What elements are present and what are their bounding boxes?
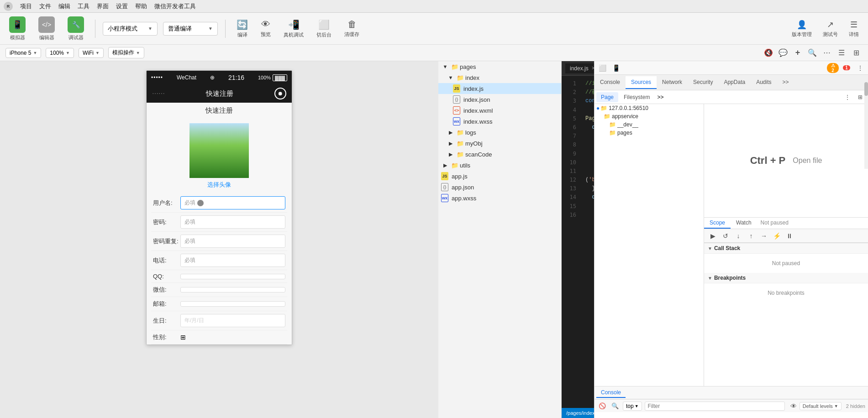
tab-sources[interactable]: Sources (626, 76, 657, 89)
subtab-filesystem[interactable]: Filesystem (619, 92, 654, 102)
eye-icon[interactable]: 👁 (790, 402, 797, 410)
menu-item-tools[interactable]: 工具 (78, 2, 89, 10)
device-dropdown[interactable]: iPhone 5 ▼ (5, 48, 41, 58)
file-app-json[interactable]: {} app.json (438, 182, 561, 193)
mute-button[interactable]: 🔇 (762, 47, 775, 59)
subtab-more[interactable]: >> (657, 94, 663, 100)
pause-resume-btn[interactable]: ▶ (707, 230, 719, 242)
network-dropdown[interactable]: WiFi ▼ (79, 48, 104, 58)
file-app-js[interactable]: JS app.js (438, 171, 561, 182)
devtools-error-badge[interactable]: 1 (841, 62, 852, 74)
console-tab-label[interactable]: Console (596, 388, 626, 398)
tab-network[interactable]: Network (657, 76, 688, 89)
tab-console[interactable]: Console (594, 76, 626, 89)
password-input[interactable]: 必填 (180, 215, 285, 229)
details-button[interactable]: ☰ 详情 (845, 18, 863, 40)
username-input[interactable]: 必填 (180, 196, 285, 209)
close-tab-icon[interactable]: ✕ (591, 65, 594, 71)
confirm-password-input[interactable]: 必填 (180, 235, 285, 248)
console-filter-btn[interactable]: 🔍 (610, 401, 620, 411)
cut-back-button[interactable]: ⬜ 切后台 (313, 17, 335, 40)
form-row-wechat: 微信: (151, 283, 287, 297)
file-index-json[interactable]: {} index.json (438, 94, 561, 105)
top-dropdown[interactable]: top ▼ (623, 402, 642, 411)
menu-item-file[interactable]: 文件 (39, 2, 51, 10)
devtools-more-icon[interactable]: ⋮ (854, 62, 866, 74)
real-machine-button[interactable]: 📲 真机调试 (280, 17, 307, 40)
file-index-js[interactable]: JS index.js (438, 83, 561, 94)
operation-dropdown[interactable]: 模拟操作 ▼ (108, 47, 144, 58)
tab-security[interactable]: Security (688, 76, 718, 89)
qq-input[interactable] (180, 274, 285, 279)
step-over-btn[interactable]: ↺ (720, 230, 731, 242)
avatar-image[interactable] (189, 123, 249, 178)
format-icon[interactable]: ⋮ (842, 91, 853, 103)
deactivate-btn[interactable]: ⚡ (771, 230, 783, 242)
clear-cache-button[interactable]: 🗑 清缓存 (341, 17, 363, 40)
code-tab-index-js[interactable]: index.js ✕ (565, 63, 594, 73)
menu-item-wechat-devtools[interactable]: 微信开发者工具 (154, 2, 196, 10)
fs-appservice[interactable]: 📁 appservice (594, 112, 704, 120)
devtools-inspect-icon[interactable]: ⬜ (596, 62, 608, 74)
devtools-warning-badge[interactable]: ⚠ 2 (827, 62, 839, 74)
devtools-device-icon[interactable]: 📱 (610, 62, 622, 74)
menu-item-settings[interactable]: 设置 (116, 2, 128, 10)
menu-item-help[interactable]: 帮助 (135, 2, 147, 10)
translate-dropdown[interactable]: 普通编译 ▼ (163, 22, 218, 36)
pause-exceptions-btn[interactable]: ⏸ (784, 230, 795, 242)
scope-tab[interactable]: Scope (704, 218, 731, 229)
menu-item-ui[interactable]: 界面 (97, 2, 109, 10)
debugger-button[interactable]: 🔧 调试器 (64, 15, 88, 43)
watch-tab[interactable]: Watch (731, 218, 757, 229)
tab-more[interactable]: >> (777, 76, 794, 89)
editor-button[interactable]: </> 编辑器 (35, 15, 58, 43)
zoom-dropdown[interactable]: 100% ▼ (46, 48, 74, 58)
screen-capture-button[interactable]: 💬 (777, 47, 789, 59)
breakpoints-header[interactable]: ▼ Breakpoints (704, 273, 868, 283)
file-app-wxss[interactable]: wx app.wxss (438, 193, 561, 204)
tab-appdata[interactable]: AppData (718, 76, 751, 89)
fs-root[interactable]: ● 📁 127.0.0.1:56510 (594, 104, 704, 112)
preview-button[interactable]: 👁 预览 (257, 17, 274, 40)
fs-dev[interactable]: 📁 __dev__ (594, 120, 704, 129)
compile-button[interactable]: 🔄 编译 (233, 17, 252, 40)
console-filter-input[interactable] (645, 402, 785, 411)
menu-item-edit[interactable]: 编辑 (58, 2, 70, 10)
simulator-button[interactable]: 📱 模拟器 (5, 15, 29, 43)
folder-scancode[interactable]: ▶ 📁 scanCode (438, 149, 561, 160)
file-index-wxss[interactable]: wx index.wxss (438, 116, 561, 127)
search-button[interactable]: 🔍 (806, 47, 819, 59)
version-mgmt-button[interactable]: 👤 版本管理 (788, 18, 815, 40)
step-out-btn[interactable]: ↑ (745, 230, 757, 242)
folder-myobj[interactable]: ▶ 📁 myObj (438, 138, 561, 149)
split-button[interactable]: ⊞ (850, 47, 863, 59)
add-page-button[interactable]: + (791, 47, 804, 59)
email-input[interactable] (180, 301, 285, 307)
birthday-label: 生日: (153, 317, 180, 325)
folder-logs[interactable]: ▶ 📁 logs (438, 127, 561, 138)
folder-index[interactable]: ▼ 📁 index (438, 72, 561, 83)
console-level-btn[interactable]: Default levels ▼ (800, 402, 842, 410)
tab-audits[interactable]: Audits (751, 76, 777, 89)
folder-utils[interactable]: ▶ 📁 utils (438, 160, 561, 171)
code-text[interactable]: //index.js //获取应用实例 const app = getApp()… (580, 76, 594, 408)
step-into-btn[interactable]: ↓ (732, 230, 744, 242)
mode-dropdown[interactable]: 小程序模式 ▼ (103, 22, 158, 36)
test-button[interactable]: ↗ 测试号 (819, 18, 842, 40)
menu-item-project[interactable]: 项目 (20, 2, 32, 10)
fs-pages[interactable]: 📁 pages (594, 129, 704, 137)
phone-input[interactable]: 必填 (180, 254, 285, 267)
birthday-input[interactable]: 年/月/日 (180, 314, 285, 327)
folder-pages[interactable]: ▼ 📁 pages (438, 61, 561, 72)
clear-cache-icon: 🗑 (347, 19, 357, 30)
subtab-page[interactable]: Page (596, 92, 618, 102)
file-index-wxml[interactable]: <> index.wxml (438, 105, 561, 116)
more-button[interactable]: ⋯ (821, 47, 833, 59)
console-clear-btn[interactable]: 🚫 (597, 401, 607, 411)
call-stack-header[interactable]: ▼ Call Stack (704, 243, 868, 254)
wechat-input[interactable] (180, 287, 285, 293)
step-btn[interactable]: → (758, 230, 770, 242)
call-stack-label: Call Stack (714, 245, 740, 251)
list-button[interactable]: ☰ (835, 47, 848, 59)
avatar-link[interactable]: 选择头像 (207, 181, 231, 189)
